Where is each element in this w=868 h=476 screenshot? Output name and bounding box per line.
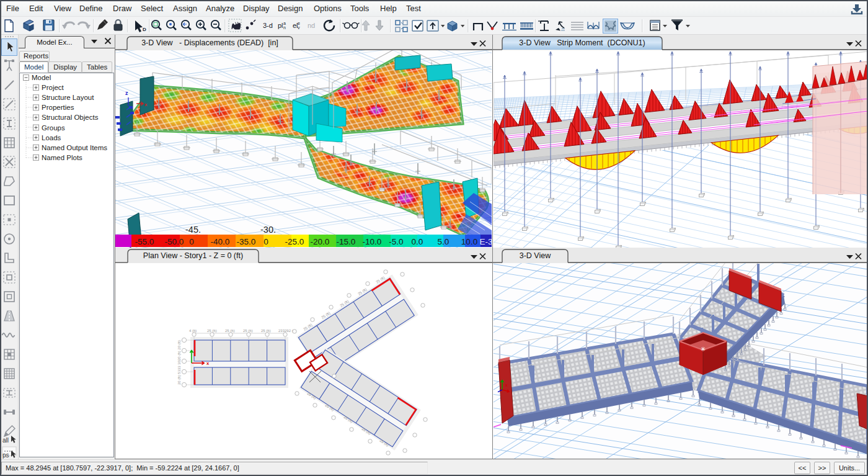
svg-text:-50.0: -50.0 (165, 237, 184, 246)
svg-text:x: x (144, 102, 148, 107)
svg-text:0: 0 (264, 237, 268, 246)
svg-text:-5.0: -5.0 (389, 237, 403, 246)
svg-text:3-D View: 3-D View (520, 251, 551, 260)
svg-text:Loads: Loads (42, 134, 61, 141)
svg-text:4 (ft): 4 (ft) (189, 329, 197, 333)
svg-text:z: z (125, 90, 128, 96)
svg-text:ps: ps (2, 452, 9, 459)
svg-text:Properties: Properties (42, 104, 74, 111)
svg-text:Named Output Items: Named Output Items (42, 144, 107, 151)
svg-text:25 (ft): 25 (ft) (207, 329, 217, 333)
svg-text:Groups: Groups (42, 124, 65, 132)
svg-text:Named Plots: Named Plots (42, 154, 82, 161)
svg-text:x: x (505, 383, 508, 387)
svg-text:D: D (143, 27, 146, 32)
svg-text:Structure Layout: Structure Layout (42, 94, 94, 101)
svg-text:-15.0: -15.0 (337, 237, 356, 246)
svg-text:v: v (298, 25, 300, 30)
svg-text:n: n (283, 25, 286, 30)
svg-text:25 (ft): 25 (ft) (243, 329, 253, 333)
svg-text:pl: pl (278, 22, 283, 29)
svg-text:a: a (283, 21, 286, 25)
svg-text:nd: nd (308, 22, 315, 29)
svg-text:5.0: 5.0 (438, 237, 450, 246)
svg-text:e: e (298, 21, 300, 25)
svg-text:0.0: 0.0 (412, 237, 423, 246)
svg-text:✳: ✳ (701, 346, 706, 353)
svg-text:-35.0: -35.0 (237, 237, 256, 246)
svg-text:0: 0 (189, 237, 194, 246)
svg-text:Project: Project (42, 84, 64, 91)
svg-text:3-D View - Displacements (DE: 3-D View - Displacements (DEAD) [in] (141, 38, 278, 47)
svg-text:E-3: E-3 (479, 237, 492, 246)
svg-text:25 (ft): 25 (ft) (261, 329, 271, 333)
svg-text:-45.: -45. (185, 225, 201, 235)
svg-text:Model: Model (32, 74, 51, 81)
svg-text:3-D View Strip Moment (DCON: 3-D View Strip Moment (DCONU1) (519, 38, 645, 47)
svg-text:-40.0: -40.0 (211, 237, 230, 246)
svg-text:-10.0: -10.0 (363, 237, 382, 246)
svg-text:25 (ft): 25 (ft) (225, 329, 235, 333)
svg-text:Structural Objects: Structural Objects (42, 114, 99, 121)
svg-text:all: all (2, 437, 9, 444)
svg-text:3-d: 3-d (263, 22, 273, 29)
svg-text:-30.: -30. (260, 225, 276, 235)
svg-text:20 (ft) 5333 3020 (ft) 20 (ft): 20 (ft) 5333 3020 (ft) 20 (ft) (177, 340, 181, 385)
svg-text:Plan View - Story1 - Z = 0 (ft: Plan View - Story1 - Z = 0 (ft) (143, 251, 243, 260)
svg-text:-55.0: -55.0 (135, 237, 154, 246)
svg-text:-25.0: -25.0 (285, 237, 304, 246)
svg-text:-20.0: -20.0 (311, 237, 330, 246)
svg-text:10.0: 10.0 (461, 237, 477, 246)
